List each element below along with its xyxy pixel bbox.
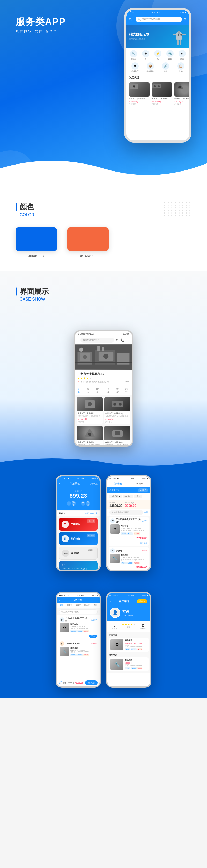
cust-battery: 100% ■	[142, 594, 148, 596]
sup-product-1[interactable]: 模具加工（金属/塑料） 大型精密加工厂 专业加工 数控机 ¥200/小时 广州 …	[77, 397, 103, 424]
icon-electric[interactable]: ⚡ 电	[154, 50, 162, 60]
svg-point-32	[113, 403, 116, 406]
hist-price-a: ¥600	[125, 667, 130, 669]
link-icon: 🔗	[162, 62, 169, 70]
stmt-search-input[interactable]: 输入/搜索/关键字搜索	[109, 510, 143, 515]
history-order-card[interactable]: 🔧 商品名称 ¥3000.00 订单号：2432190065432 ¥600 ¥…	[109, 657, 148, 671]
filter-tab-all[interactable]: 全部	[75, 386, 84, 395]
my-order-num-1: 订单号：34321900865432	[70, 627, 97, 630]
icon-precision[interactable]: ⚙ 精密	[178, 50, 186, 60]
product-card-2[interactable]: 模具加工（金属/塑料） ¥200/小时 广州 铁石	[151, 83, 172, 105]
month-select[interactable]: 1月 ▼	[134, 495, 142, 498]
more-icon[interactable]: ⋯	[126, 338, 129, 342]
filter-tab-3d[interactable]: 3D打印	[93, 386, 105, 395]
supplier-banner-image	[75, 344, 132, 370]
orders-battery: 100% ■	[91, 594, 98, 596]
stmt-order-2[interactable]: 方 张强老 未结款 🔧 商品名称 订单号：2432190086865432 下单…	[109, 547, 148, 571]
star-1: ★	[78, 377, 80, 380]
current-order-card[interactable]: ⚙ 商品名称 交易金额：¥3000.00 订单号：2432190065432 ¥…	[109, 638, 148, 652]
year-select[interactable]: 2019年 ▼	[123, 495, 133, 498]
wallet-topup[interactable]: 京豚充值	[90, 483, 98, 485]
supplier-search-input[interactable]: 搜索您想找的模具	[80, 338, 114, 343]
wallet-back[interactable]: ‹	[59, 483, 60, 485]
confirm-pay-btn[interactable]: 确认付款	[85, 680, 98, 685]
sup-product-info-4: 模具加工（金属/塑料） 大型精密加工厂 专业加工 数控机 ¥200/小时 广州 …	[104, 440, 130, 447]
orders-tab-all[interactable]: 全部	[57, 603, 65, 608]
case-title-area: 界面展示 CASE SHOW	[0, 286, 207, 322]
battery: 100% ■	[178, 11, 186, 14]
orders-back[interactable]: ‹	[59, 599, 60, 602]
income-btn[interactable]: ↑ 收支	[67, 501, 76, 505]
orders-tab-supplier[interactable]: 按供应	[82, 603, 91, 608]
vp-label[interactable]: VP账户	[138, 488, 148, 492]
tab-bank[interactable]: 往来银行	[107, 480, 129, 487]
filter-tab-casting[interactable]: 精铸	[123, 386, 132, 395]
search-input-display[interactable]: 🔍 搜索您想找的模具	[136, 17, 182, 22]
share-icon[interactable]: ⬆	[116, 338, 118, 342]
history-order-amount: ¥3000.00	[125, 662, 142, 664]
product-card-1[interactable]: 模具加工（金属/塑料） ¥200/小时 广州 铁石	[129, 83, 149, 105]
sup-product-4[interactable]: 模具加工（金属/塑料） 大型精密加工厂 专业加工 数控机 ¥200/小时 广州 …	[104, 426, 130, 447]
star-3: ★	[83, 377, 85, 380]
svg-rect-11	[133, 86, 135, 87]
customer-profile-phone: all Dutch ▼ 9:41 AM 100% ■ ‹ 客户详情 成为VIP …	[106, 592, 151, 688]
hero-section: 服务类APP SERVICE APP 广州 9:41 AM 100% ■ 广州 …	[0, 0, 207, 187]
product-title-3: 模具加工（金属/塑料）	[174, 97, 189, 100]
filter-tab-milling[interactable]: 铣床	[84, 386, 93, 395]
product-card-3[interactable]: 模具加工（金属/塑料） ¥200/小时 广州 铁石	[174, 83, 189, 105]
zhao-bank-card[interactable]: 招 招商银行 储蓄卡	[59, 532, 98, 545]
china-bank-card[interactable]: 中 中国银行 信用卡	[59, 518, 98, 531]
unpaid-value: 2000.00	[125, 504, 136, 507]
orders-search-input[interactable]: 输入/搜索/关键字搜索	[59, 610, 98, 614]
tab-lp[interactable]: LP账户	[129, 480, 150, 487]
icon-forging[interactable]: 🔩 锻铸	[166, 50, 174, 60]
svg-point-13	[154, 85, 156, 87]
china-bank-tag: 信用卡	[87, 519, 96, 523]
price-tag-1c: ¥2500	[134, 532, 140, 535]
back-button[interactable]: ‹	[78, 338, 79, 342]
stmt-jump-btn-1[interactable]: 绑定跳转	[140, 542, 147, 544]
filter-icon[interactable]: ⚙	[183, 18, 187, 22]
orders-search: 输入/搜索/关键字搜索	[57, 609, 100, 615]
icon-fast[interactable]: 📦 快速配件	[147, 62, 154, 73]
stmt-order-1[interactable]: 方 广州市佐业模具加工厂（公司） 进行中 ⚙ 商品名称 订单号：24321900…	[109, 517, 148, 546]
wallet-title: 我的钱包	[70, 482, 80, 485]
statement-tabs: 往来银行 LP账户	[107, 480, 150, 487]
second-phones-row: ●●●● APP ▼ 9:41 AM 100% ■ ‹ 我的订单 全部 按时间 …	[5, 587, 202, 688]
history-order-name: 商品名称	[125, 659, 142, 661]
icon-link[interactable]: 🔗 链接	[162, 62, 169, 73]
filter-tab-injection[interactable]: 注塑	[114, 386, 123, 395]
orders-tab-status[interactable]: 按状态	[74, 603, 82, 608]
swatch-blue-label: #0468EB	[29, 254, 44, 258]
pay-btn-1[interactable]: 开始	[89, 634, 97, 638]
sup-product-img-4	[104, 426, 130, 440]
orders-tab-withdraw[interactable]: 提款	[91, 603, 100, 608]
statement-order-list: 方 广州市佐业模具加工厂（公司） 进行中 ⚙ 商品名称 订单号：24321900…	[107, 516, 150, 571]
my-order-2[interactable]: 广 广州市白术模具加工厂 待付款 🔧 商品名称 2019-06-08 08:08…	[59, 640, 98, 657]
customer-back[interactable]: ‹	[110, 599, 111, 603]
stmt-product-name-1: 商品名称	[121, 524, 147, 527]
sup-product-title-2: 模具加工（金属/塑料）	[105, 412, 129, 414]
icon-machining[interactable]: 🔧 机加工	[130, 50, 137, 60]
svg-rect-2	[178, 31, 180, 34]
filter-tab-auto[interactable]: 自动	[105, 386, 114, 395]
select-all-checkbox[interactable]: ✓ 全选	[59, 681, 67, 684]
my-order-1[interactable]: 广 广州市佐业模具加工厂（公司） 进行中 ⚙ 商品名称 2019-05-08 0…	[59, 616, 98, 639]
vip-button[interactable]: 成为VIP	[137, 599, 147, 603]
icon-fly[interactable]: ✈ 飞	[142, 50, 149, 60]
sup-product-3[interactable]: 模具加工（金属/塑料） 大型精密加工厂 专业加工 数控机 ¥200/小时 广州 …	[77, 426, 103, 447]
all-filter[interactable]: 全部	[144, 511, 148, 514]
icon-other[interactable]: 📋 其他	[177, 62, 184, 73]
stat-ongoing: 2 进行中	[140, 623, 146, 630]
other-bank-card[interactable]: BANK 其他银行 信用卡	[59, 547, 98, 560]
orders-tab-time[interactable]: 按时间	[65, 603, 74, 608]
add-card-label[interactable]: + 添加银行卡	[85, 512, 98, 515]
my-orders-phone: ●●●● APP ▼ 9:41 AM 100% ■ ‹ 我的订单 全部 按时间 …	[56, 592, 101, 688]
phone-icon[interactable]: 📞	[120, 338, 124, 342]
svg-point-33	[118, 403, 122, 406]
product-location-2: 广州 铁石	[151, 103, 172, 105]
icon-mech[interactable]: ⚙ 机械加工	[132, 62, 139, 73]
factory-select[interactable]: 选择厂家 ▼	[109, 495, 122, 498]
sup-product-2[interactable]: 模具加工（金属/塑料） 大型精密加工厂 专业加工 数控机 ¥200/小时 广州 …	[104, 397, 130, 424]
bills-btn[interactable]: ☰ 账单	[81, 501, 90, 505]
